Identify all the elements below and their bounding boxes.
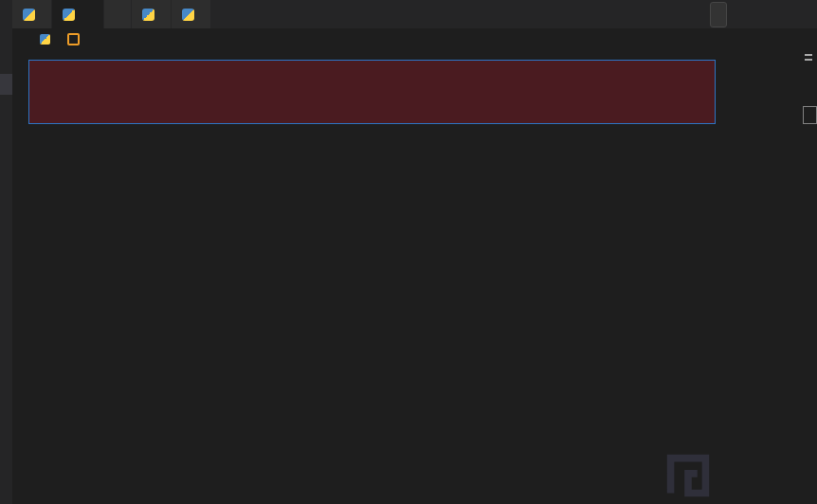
exception-message — [41, 86, 703, 104]
tab-settings-json[interactable] — [104, 0, 132, 28]
platzi-watermark — [663, 451, 726, 500]
tab-account-py[interactable] — [132, 0, 172, 28]
python-file-icon — [142, 9, 154, 21]
python-file-icon — [63, 9, 75, 21]
code-lines-above — [12, 49, 817, 53]
tab-uberx-py[interactable] — [172, 0, 211, 28]
breadcrumb — [12, 28, 817, 49]
sidebar-sliver[interactable] — [0, 0, 12, 504]
exception-widget — [28, 60, 716, 124]
overview-ruler-decoration — [803, 106, 817, 124]
python-file-icon — [182, 9, 194, 21]
python-file-icon — [40, 34, 50, 45]
sidebar-selected-item[interactable] — [0, 74, 12, 95]
overview-ruler-mark — [805, 59, 812, 61]
platzi-logo-icon — [663, 451, 713, 500]
overview-ruler-mark — [805, 54, 812, 56]
debug-toolbar — [710, 2, 727, 27]
class-symbol-icon — [67, 33, 80, 45]
tab-bar — [12, 0, 817, 28]
python-file-icon — [23, 9, 35, 21]
tab-car-py[interactable] — [52, 0, 104, 28]
code-editor[interactable] — [12, 49, 817, 504]
tab-main-py[interactable] — [12, 0, 52, 28]
vscode-window — [0, 0, 817, 504]
editor-group — [12, 0, 817, 504]
